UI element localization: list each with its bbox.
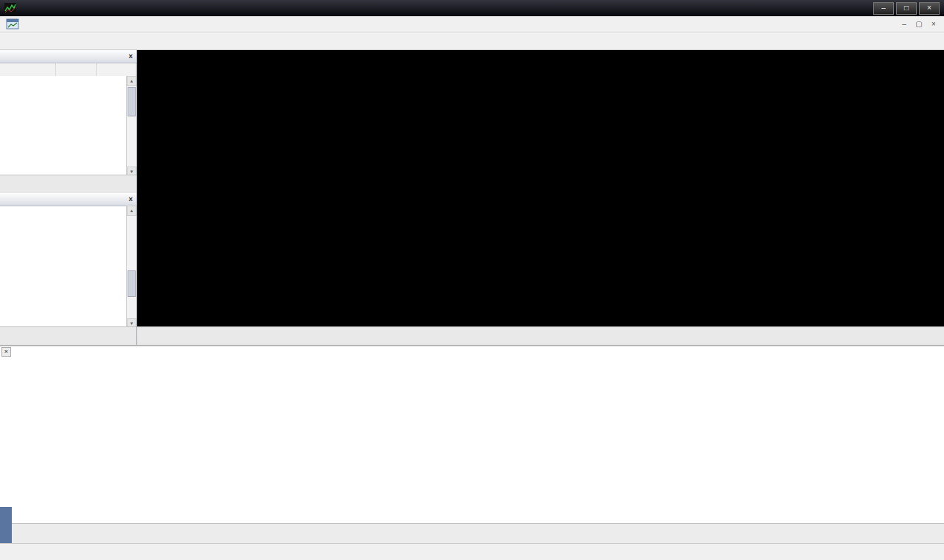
- scroll-up-icon[interactable]: ▲: [127, 206, 136, 216]
- scrollbar-thumb[interactable]: [128, 87, 136, 116]
- menu-bar: – ▢ ×: [0, 16, 944, 32]
- mdi-restore-icon[interactable]: ▢: [912, 20, 926, 28]
- chart-window-tabs: [137, 326, 944, 341]
- scrollbar-thumb[interactable]: [128, 270, 136, 297]
- market-watch-tabs: [0, 175, 136, 193]
- scroll-up-icon[interactable]: ▲: [127, 76, 136, 86]
- maximize-button[interactable]: □: [896, 2, 917, 15]
- navigator-tabs: [0, 326, 136, 345]
- market-watch-panel: × ▲ ▼: [0, 50, 137, 193]
- tester-vertical-tab[interactable]: [0, 507, 12, 543]
- market-watch-header: ×: [0, 50, 136, 63]
- market-watch-close-icon[interactable]: ×: [128, 52, 133, 60]
- column-ask[interactable]: [97, 63, 136, 77]
- navigator-panel: × ▲ ▼: [0, 193, 137, 345]
- navigator-scrollbar[interactable]: ▲ ▼: [126, 206, 136, 327]
- mdi-minimize-icon[interactable]: –: [897, 20, 912, 28]
- navigator-close-icon[interactable]: ×: [128, 195, 133, 203]
- market-watch-rows: [0, 76, 128, 175]
- column-symbol[interactable]: [0, 63, 56, 77]
- mdi-close-icon[interactable]: ×: [926, 20, 941, 28]
- status-bar: [0, 543, 944, 560]
- column-bid[interactable]: [56, 63, 97, 77]
- tester-close-icon[interactable]: ×: [1, 347, 11, 357]
- chart-window-icon: [6, 18, 19, 29]
- minimize-button[interactable]: –: [873, 2, 894, 15]
- market-watch-scrollbar[interactable]: ▲ ▼: [126, 76, 136, 175]
- close-button[interactable]: ×: [919, 2, 940, 15]
- toolbar: [0, 32, 944, 50]
- app-logo-icon: [4, 3, 16, 13]
- strategy-tester-panel: [0, 345, 944, 543]
- tester-tabs: [12, 523, 944, 543]
- mdi-window-controls: – ▢ ×: [897, 20, 941, 28]
- title-bar: – □ ×: [0, 0, 944, 16]
- main-chart[interactable]: [137, 50, 944, 326]
- navigator-header: ×: [0, 193, 136, 206]
- navigator-tree: [0, 206, 128, 327]
- tester-result-chart[interactable]: [12, 346, 944, 525]
